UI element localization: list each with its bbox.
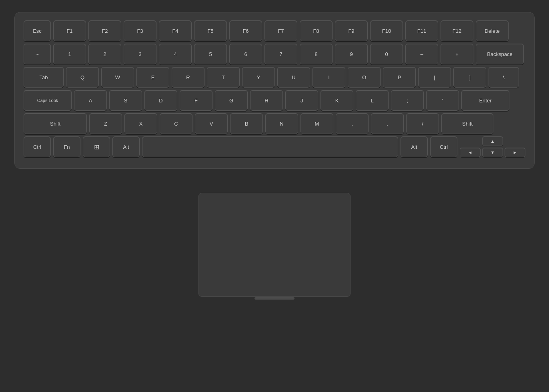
key-capslock[interactable]: Caps Look [24,90,72,111]
key-i[interactable]: I [313,67,345,88]
key-shift-left[interactable]: Shift [24,113,87,134]
key-r[interactable]: R [172,67,204,88]
key-p[interactable]: P [383,67,416,88]
key-quote[interactable]: ' [426,90,459,111]
key-h[interactable]: H [250,90,283,111]
asdf-row: Caps Look A S D F G H J K L ; ' Enter [24,90,525,111]
arrow-cluster: ▲ ◄ ▼ ► [460,136,525,157]
key-slash[interactable]: / [406,113,439,134]
key-2[interactable]: 2 [88,44,121,64]
key-f12[interactable]: F12 [441,20,473,41]
key-k[interactable]: K [321,90,353,111]
key-5[interactable]: 5 [194,44,227,64]
key-f10[interactable]: F10 [370,20,403,41]
key-u[interactable]: U [277,67,310,88]
key-f4[interactable]: F4 [159,20,192,41]
key-f2[interactable]: F2 [88,20,121,41]
key-0[interactable]: 0 [370,44,403,64]
key-ctrl-left[interactable]: Ctrl [24,136,51,157]
key-4[interactable]: 4 [159,44,192,64]
key-f9[interactable]: F9 [335,20,368,41]
key-g[interactable]: G [215,90,248,111]
key-bracket-right[interactable]: ] [453,67,486,88]
key-7[interactable]: 7 [264,44,297,64]
key-b[interactable]: B [230,113,263,134]
key-6[interactable]: 6 [229,44,262,64]
key-f1[interactable]: F1 [53,20,86,41]
key-semicolon[interactable]: ; [391,90,424,111]
key-f6[interactable]: F6 [229,20,262,41]
key-comma[interactable]: , [336,113,369,134]
key-ctrl-right[interactable]: Ctrl [430,136,457,157]
arrow-top-row: ▲ [460,136,525,146]
key-shift-right[interactable]: Shift [441,113,493,134]
key-d[interactable]: D [144,90,177,111]
key-w[interactable]: W [101,67,134,88]
key-o[interactable]: O [348,67,381,88]
key-f7[interactable]: F7 [264,20,297,41]
key-z[interactable]: Z [89,113,122,134]
function-row: Esc F1 F2 F3 F4 F5 F6 F7 F8 F9 F10 F11 F… [24,20,525,41]
bottom-row: Ctrl Fn ⊞ Alt Alt Ctrl ▲ ◄ ▼ ► [24,136,525,157]
arrow-bottom-row: ◄ ▼ ► [460,148,525,157]
key-f8[interactable]: F8 [300,20,333,41]
key-s[interactable]: S [109,90,142,111]
key-space[interactable] [142,136,398,157]
key-q[interactable]: Q [66,67,99,88]
key-bracket-left[interactable]: [ [418,67,451,88]
key-3[interactable]: 3 [124,44,156,64]
touchpad[interactable] [198,193,351,297]
touchpad-area [198,193,351,297]
key-arrow-left[interactable]: ◄ [460,148,481,157]
key-minus[interactable]: – [405,44,438,64]
key-alt-right[interactable]: Alt [401,136,428,157]
key-fn[interactable]: Fn [53,136,80,157]
key-j[interactable]: J [285,90,318,111]
key-l[interactable]: L [356,90,389,111]
key-f[interactable]: F [180,90,212,111]
key-windows[interactable]: ⊞ [83,136,110,157]
key-t[interactable]: T [207,67,240,88]
key-arrow-down[interactable]: ▼ [482,148,503,157]
key-1[interactable]: 1 [53,44,86,64]
key-plus[interactable]: + [441,44,473,64]
key-arrow-right[interactable]: ► [505,148,525,157]
keyboard: Esc F1 F2 F3 F4 F5 F6 F7 F8 F9 F10 F11 F… [14,12,535,169]
key-arrow-up[interactable]: ▲ [482,136,503,146]
key-f11[interactable]: F11 [405,20,438,41]
key-f5[interactable]: F5 [194,20,227,41]
number-row: ~ 1 2 3 4 5 6 7 8 9 0 – + Backspace [24,44,525,64]
key-backslash[interactable]: \ [489,67,519,88]
key-enter[interactable]: Enter [461,90,509,111]
key-a[interactable]: A [74,90,107,111]
key-delete[interactable]: Delete [476,20,509,41]
key-backspace[interactable]: Backspace [476,44,524,64]
key-period[interactable]: . [371,113,404,134]
windows-icon: ⊞ [94,143,99,151]
qwerty-row: Tab Q W E R T Y U I O P [ ] \ [24,67,525,88]
key-8[interactable]: 8 [300,44,333,64]
touchpad-bar [254,297,295,300]
key-n[interactable]: N [265,113,298,134]
key-c[interactable]: C [160,113,192,134]
key-e[interactable]: E [136,67,169,88]
key-v[interactable]: V [195,113,228,134]
key-alt-left[interactable]: Alt [112,136,140,157]
key-esc[interactable]: Esc [24,20,51,41]
key-m[interactable]: M [301,113,333,134]
key-x[interactable]: X [124,113,157,134]
key-y[interactable]: Y [242,67,275,88]
key-tilde[interactable]: ~ [24,44,51,64]
key-9[interactable]: 9 [335,44,368,64]
key-tab[interactable]: Tab [24,67,64,88]
key-f3[interactable]: F3 [124,20,156,41]
zxcv-row: Shift Z X C V B N M , . / Shift [24,113,525,134]
